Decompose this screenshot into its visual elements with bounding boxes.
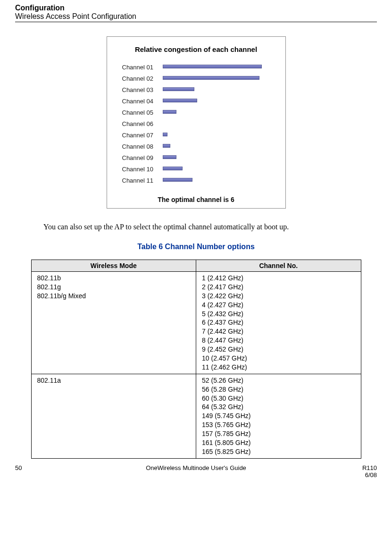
chart-bar	[163, 76, 260, 80]
channel-table: Wireless Mode Channel No. 802.11b 802.11…	[31, 260, 361, 459]
header-title: Configuration	[15, 4, 377, 12]
page-header: Configuration Wireless Access Point Conf…	[15, 0, 377, 21]
chart-row-label: Channel 08	[122, 143, 163, 150]
chart-row-label: Channel 03	[122, 86, 163, 93]
header-subtitle: Wireless Access Point Configuration	[15, 12, 377, 21]
chart-bar-area	[163, 120, 267, 127]
chart-row-label: Channel 01	[122, 64, 163, 71]
header-divider	[15, 22, 377, 22]
chart-bar-area	[163, 154, 267, 161]
chart-bar-area	[163, 166, 267, 172]
chart-bar-area	[163, 132, 267, 138]
chart-row-label: Channel 06	[122, 120, 163, 127]
congestion-chart: Relative congestion of each channel Chan…	[107, 36, 286, 209]
table-header-channel: Channel No.	[196, 260, 361, 272]
chart-title: Relative congestion of each channel	[114, 45, 279, 53]
chart-bar-area	[163, 64, 267, 70]
chart-row: Channel 07	[122, 130, 279, 140]
chart-row: Channel 06	[122, 118, 279, 129]
chart-bar	[163, 110, 176, 114]
table-row: 802.11a 52 (5.26 GHz) 56 (5.28 GHz) 60 (…	[31, 374, 361, 458]
chart-row: Channel 09	[122, 152, 279, 163]
chart-bar	[163, 87, 194, 91]
chart-bar	[163, 178, 192, 182]
table-caption: Table 6 Channel Number options	[15, 243, 377, 251]
chart-row-label: Channel 05	[122, 109, 163, 116]
chart-row: Channel 05	[122, 107, 279, 118]
footer-right: R110 6/08	[362, 464, 377, 478]
chart-row-label: Channel 04	[122, 98, 163, 105]
chart-row: Channel 03	[122, 84, 279, 95]
chart-footer: The optimal channel is 6	[114, 196, 279, 203]
chart-row-label: Channel 11	[122, 177, 163, 184]
chart-bar-area	[163, 75, 267, 82]
chart-bar	[163, 65, 262, 68]
cell-mode: 802.11b 802.11g 802.11b/g Mixed	[31, 272, 196, 374]
chart-bar-area	[163, 177, 267, 184]
table-header-mode: Wireless Mode	[31, 260, 196, 272]
chart-bar-area	[163, 86, 267, 93]
footer-date: 6/08	[365, 471, 377, 478]
chart-bar-area	[163, 98, 267, 104]
cell-channels: 1 (2.412 GHz) 2 (2.417 GHz) 3 (2.422 GHz…	[196, 272, 361, 374]
chart-bar	[163, 133, 168, 136]
chart-row: Channel 04	[122, 96, 279, 106]
chart-row: Channel 08	[122, 141, 279, 151]
cell-channels: 52 (5.26 GHz) 56 (5.28 GHz) 60 (5.30 GHz…	[196, 374, 361, 458]
page-footer: 50 OneWireless Multinode User's Guide R1…	[15, 464, 377, 483]
chart-row: Channel 02	[122, 73, 279, 84]
footer-center: OneWireless Multinode User's Guide	[15, 464, 377, 471]
table-header-row: Wireless Mode Channel No.	[31, 260, 361, 272]
cell-mode: 802.11a	[31, 374, 196, 458]
chart-row-label: Channel 09	[122, 154, 163, 161]
chart-row: Channel 10	[122, 164, 279, 174]
chart-row-label: Channel 02	[122, 75, 163, 82]
chart-row-label: Channel 07	[122, 132, 163, 139]
chart-bar	[163, 155, 176, 159]
chart-row: Channel 01	[122, 62, 279, 72]
footer-revision: R110	[362, 464, 377, 471]
table-row: 802.11b 802.11g 802.11b/g Mixed 1 (2.412…	[31, 272, 361, 374]
chart-bar	[163, 144, 171, 148]
chart-bar-area	[163, 109, 267, 116]
chart-row-label: Channel 10	[122, 166, 163, 173]
chart-rows: Channel 01Channel 02Channel 03Channel 04…	[122, 62, 279, 185]
body-paragraph: You can also set up the AP to select the…	[43, 223, 377, 231]
chart-bar-area	[163, 143, 267, 150]
chart-bar	[163, 99, 198, 102]
chart-bar	[163, 167, 183, 170]
chart-row: Channel 11	[122, 175, 279, 185]
